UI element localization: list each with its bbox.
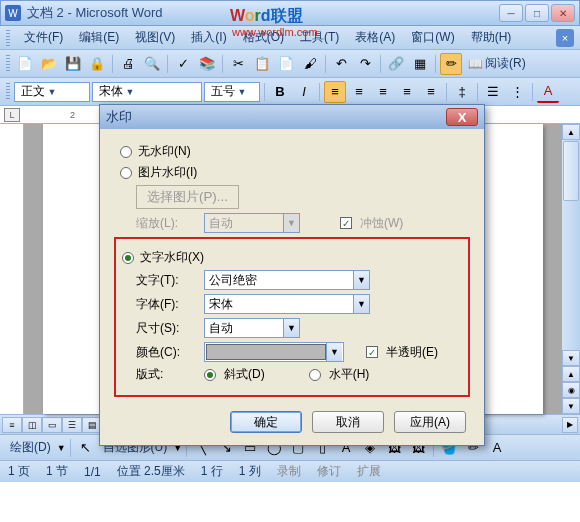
grip-icon: [6, 30, 10, 46]
spell-icon[interactable]: ✓: [172, 53, 194, 75]
font-combo[interactable]: 宋体▼: [92, 82, 202, 102]
bullets-icon[interactable]: ⋮: [506, 81, 528, 103]
vertical-ruler[interactable]: [0, 124, 24, 414]
font-color-icon[interactable]: A: [486, 437, 508, 459]
line-spacing-icon[interactable]: ‡: [451, 81, 473, 103]
chevron-down-icon: ▼: [283, 214, 299, 232]
tables-borders-icon[interactable]: ▦: [409, 53, 431, 75]
dialog-close-button[interactable]: X: [446, 108, 478, 126]
preview-icon[interactable]: 🔍: [141, 53, 163, 75]
horizontal-radio[interactable]: [309, 369, 321, 381]
size-combo[interactable]: 自动▼: [204, 318, 300, 338]
style-combo[interactable]: 正文▼: [14, 82, 90, 102]
print-view-button[interactable]: ▭: [42, 417, 62, 433]
permission-icon[interactable]: 🔒: [86, 53, 108, 75]
text-label: 文字(T):: [136, 272, 196, 289]
diagonal-radio[interactable]: [204, 369, 216, 381]
ok-button[interactable]: 确定: [230, 411, 302, 433]
help-icon[interactable]: ×: [556, 29, 574, 47]
cancel-button[interactable]: 取消: [312, 411, 384, 433]
outline-view-button[interactable]: ☰: [62, 417, 82, 433]
browse-object-icon[interactable]: ◉: [562, 382, 580, 398]
dialog-title: 水印: [106, 108, 132, 126]
reading-layout-button[interactable]: 📖 阅读(R): [464, 55, 530, 72]
drawing-toggle-icon[interactable]: ✏: [440, 53, 462, 75]
bold-button[interactable]: B: [269, 81, 291, 103]
web-view-button[interactable]: ◫: [22, 417, 42, 433]
research-icon[interactable]: 📚: [196, 53, 218, 75]
picture-watermark-option[interactable]: 图片水印(I): [120, 164, 470, 181]
scroll-down-icon[interactable]: ▼: [562, 350, 580, 366]
overlay-logo: Word联盟: [230, 6, 303, 27]
status-bar: 1 页 1 节 1/1 位置 2.5厘米 1 行 1 列 录制 修订 扩展: [0, 460, 580, 482]
close-button[interactable]: ✕: [551, 4, 575, 22]
chevron-down-icon: ▼: [123, 87, 137, 97]
apply-button[interactable]: 应用(A): [394, 411, 466, 433]
minimize-button[interactable]: ─: [499, 4, 523, 22]
distributed-button[interactable]: ≡: [420, 81, 442, 103]
font-combo[interactable]: 宋体▼: [204, 294, 370, 314]
copy-icon[interactable]: 📋: [251, 53, 273, 75]
washout-checkbox: ✓: [340, 217, 352, 229]
scroll-thumb[interactable]: [563, 141, 579, 201]
justify-button[interactable]: ≡: [396, 81, 418, 103]
text-combo[interactable]: 公司绝密▼: [204, 270, 370, 290]
size-combo[interactable]: 五号▼: [204, 82, 260, 102]
highlight-box: 文字水印(X) 文字(T): 公司绝密▼ 字体(F): 宋体▼ 尺寸(S): 自…: [114, 237, 470, 397]
status-page: 1 页: [8, 463, 30, 480]
align-center-button[interactable]: ≡: [348, 81, 370, 103]
radio-icon[interactable]: [120, 167, 132, 179]
font-label: 字体(F):: [136, 296, 196, 313]
format-painter-icon[interactable]: 🖌: [299, 53, 321, 75]
radio-icon[interactable]: [122, 252, 134, 264]
font-color-button[interactable]: A: [537, 81, 559, 103]
menu-edit[interactable]: 编辑(E): [73, 27, 125, 48]
menu-table[interactable]: 表格(A): [349, 27, 401, 48]
menu-help[interactable]: 帮助(H): [465, 27, 518, 48]
italic-button[interactable]: I: [293, 81, 315, 103]
overlay-url: www.wordlm.com: [232, 26, 318, 38]
next-page-icon[interactable]: ▼: [562, 398, 580, 414]
standard-toolbar: 📄 📂 💾 🔒 🖨 🔍 ✓ 📚 ✂ 📋 📄 🖌 ↶ ↷ 🔗 ▦ ✏ 📖 阅读(R…: [0, 50, 580, 78]
prev-page-icon[interactable]: ▲: [562, 366, 580, 382]
draw-menu[interactable]: 绘图(D): [6, 439, 55, 456]
scroll-up-icon[interactable]: ▲: [562, 124, 580, 140]
chevron-down-icon: ▼: [283, 319, 299, 337]
menu-view[interactable]: 视图(V): [129, 27, 181, 48]
status-line: 1 行: [201, 463, 223, 480]
color-swatch: [206, 344, 326, 360]
text-watermark-option[interactable]: 文字水印(X): [122, 249, 462, 266]
normal-view-button[interactable]: ≡: [2, 417, 22, 433]
hyperlink-icon[interactable]: 🔗: [385, 53, 407, 75]
undo-icon[interactable]: ↶: [330, 53, 352, 75]
select-objects-icon[interactable]: ↖: [75, 437, 97, 459]
watermark-dialog: 水印 X 无水印(N) 图片水印(I) 选择图片(P)... 缩放(L): 自动…: [99, 104, 485, 446]
menu-insert[interactable]: 插入(I): [185, 27, 232, 48]
chevron-down-icon: ▼: [353, 271, 369, 289]
status-position: 位置 2.5厘米: [117, 463, 185, 480]
layout-label: 版式:: [136, 366, 196, 383]
scroll-right-icon[interactable]: ▶: [562, 417, 578, 433]
new-doc-icon[interactable]: 📄: [14, 53, 36, 75]
chevron-down-icon: ▼: [45, 87, 59, 97]
menu-window[interactable]: 窗口(W): [405, 27, 460, 48]
tab-selector[interactable]: L: [4, 108, 20, 122]
vertical-scrollbar[interactable]: ▲ ▼ ▲ ◉ ▼: [562, 124, 580, 414]
menu-file[interactable]: 文件(F): [18, 27, 69, 48]
numbering-icon[interactable]: ☰: [482, 81, 504, 103]
color-combo[interactable]: ▼: [204, 342, 344, 362]
align-left-button[interactable]: ≡: [324, 81, 346, 103]
paste-icon[interactable]: 📄: [275, 53, 297, 75]
open-icon[interactable]: 📂: [38, 53, 60, 75]
no-watermark-option[interactable]: 无水印(N): [120, 143, 470, 160]
semitransparent-checkbox[interactable]: ✓: [366, 346, 378, 358]
radio-icon[interactable]: [120, 146, 132, 158]
redo-icon[interactable]: ↷: [354, 53, 376, 75]
align-right-button[interactable]: ≡: [372, 81, 394, 103]
save-icon[interactable]: 💾: [62, 53, 84, 75]
cut-icon[interactable]: ✂: [227, 53, 249, 75]
dialog-titlebar[interactable]: 水印 X: [100, 105, 484, 129]
chevron-down-icon: ▼: [353, 295, 369, 313]
maximize-button[interactable]: □: [525, 4, 549, 22]
print-icon[interactable]: 🖨: [117, 53, 139, 75]
